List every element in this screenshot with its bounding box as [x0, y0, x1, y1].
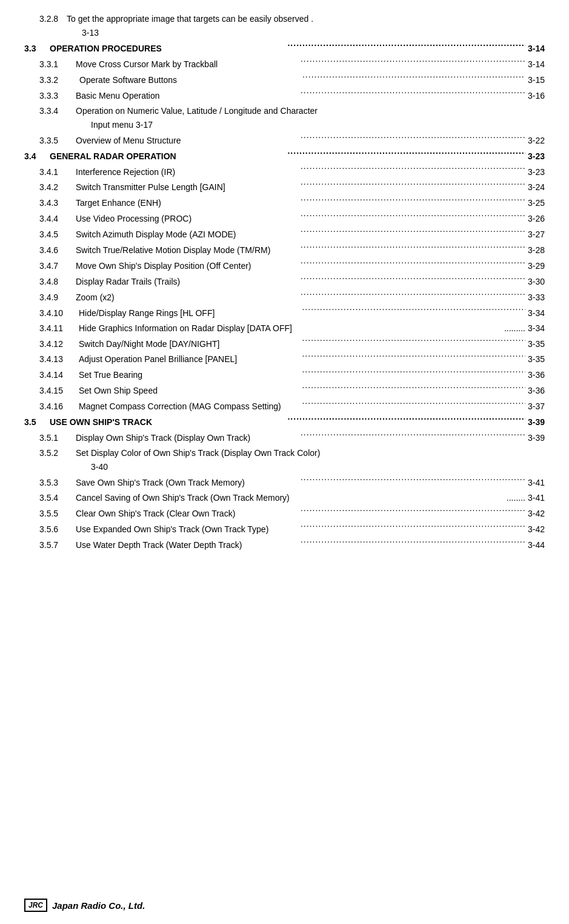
section-title-3.4.8: Display Radar Trails (Trails) [76, 275, 301, 289]
section-num-3.5.2: 3.5.2 [24, 446, 76, 460]
entry-3.4.10: 3.4.10 Hide/Display Range Rings [HL OFF]… [24, 306, 545, 320]
section-title-3.2.8: To get the appropriate image that target… [67, 12, 545, 26]
dots-3.4.11: ......... [502, 322, 525, 335]
entry-3.4.16: 3.4.16 Magnet Compass Correction (MAG Co… [24, 399, 545, 414]
entry-3.5.4: 3.5.4 Cancel Saving of Own Ship's Track … [24, 491, 545, 505]
section-num-3.2.8: 3.2.8 [24, 12, 67, 26]
section-title-3.4: GENERAL RADAR OPERATION [50, 150, 287, 163]
dots-3.4.4 [301, 211, 525, 222]
entry-3.4.14: 3.4.14 Set True Bearing 3-36 [24, 368, 545, 383]
section-title-3.5.7: Use Water Depth Track (Water Depth Track… [76, 538, 301, 552]
dots-3.5.1 [301, 431, 525, 441]
section-num-3.5.4: 3.5.4 [24, 491, 76, 505]
page-3.4.9: 3-33 [525, 291, 545, 305]
section-title-3.4.11: Hide Graphics Information on Radar Displ… [79, 322, 502, 335]
page-3.4.14: 3-36 [525, 368, 545, 382]
page-3.4.7: 3-29 [525, 259, 545, 273]
section-num-3.4.11: 3.4.11 [24, 322, 79, 335]
entry-3.5: 3.5 USE OWN SHIP'S TRACK 3-39 [24, 415, 545, 429]
section-title-3.3.4: Operation on Numeric Value, Latitude / L… [76, 104, 545, 118]
entry-3.4.8: 3.4.8 Display Radar Trails (Trails) 3-30 [24, 274, 545, 289]
page-3.5.5: 3-42 [525, 507, 545, 521]
entry-3.5.3: 3.5.3 Save Own Ship's Track (Own Track M… [24, 475, 545, 490]
dots-3.4.3 [301, 196, 525, 206]
page-3.4.8: 3-30 [525, 275, 545, 289]
section-title-3.5.4: Cancel Saving of Own Ship's Track (Own T… [76, 491, 504, 505]
dots-3.5.5 [301, 506, 525, 516]
entry-3.5.1: 3.5.1 Display Own Ship's Track (Display … [24, 431, 545, 445]
dots-3.3 [287, 41, 525, 51]
section-title-3.5.3: Save Own Ship's Track (Own Track Memory) [76, 476, 301, 490]
section-title-3.5.2: Set Display Color of Own Ship's Track (D… [76, 446, 545, 460]
entry-3.5.7: 3.5.7 Use Water Depth Track (Water Depth… [24, 538, 545, 552]
entry-3.4.4: 3.4.4 Use Video Processing (PROC) 3-26 [24, 211, 545, 226]
page-3.4.5: 3-27 [525, 228, 545, 242]
page-3.3: 3-14 [525, 42, 545, 56]
dots-3.4.2 [301, 180, 525, 191]
section-title-3.5.6: Use Expanded Own Ship's Track (Own Track… [76, 523, 301, 536]
entry-3.4.15: 3.4.15 Set Own Ship Speed 3-36 [24, 383, 545, 398]
page-3.4.12: 3-35 [525, 337, 545, 351]
entry-3.4: 3.4 GENERAL RADAR OPERATION 3-23 [24, 149, 545, 163]
page-3.4.6: 3-28 [525, 243, 545, 257]
dots-3.4.6 [301, 243, 525, 253]
entry-3.5.2: 3.5.2 Set Display Color of Own Ship's Tr… [24, 446, 545, 474]
section-num-3.4.10: 3.4.10 [24, 306, 79, 320]
page-3.5.3: 3-41 [525, 476, 545, 490]
section-num-3.5: 3.5 [24, 415, 50, 429]
dots-3.4.1 [301, 165, 525, 175]
toc-container: 3.2.8 To get the appropriate image that … [24, 12, 545, 552]
section-title-3.3.2: Operate Software Buttons [76, 73, 302, 87]
entry-3.4.2: 3.4.2 Switch Transmitter Pulse Length [G… [24, 180, 545, 195]
page-3.5.6: 3-42 [525, 523, 545, 536]
section-title-3.4.13: Adjust Operation Panel Brilliance [PANEL… [79, 352, 302, 366]
section-num-3.4.4: 3.4.4 [24, 212, 76, 226]
section-num-3.5.5: 3.5.5 [24, 507, 76, 521]
section-num-3.5.6: 3.5.6 [24, 523, 76, 536]
section-num-3.4.2: 3.4.2 [24, 180, 76, 194]
section-line2-3.5.2: 3-40 [24, 460, 545, 474]
entry-3.4.12: 3.4.12 Switch Day/Night Mode [DAY/NIGHT]… [24, 337, 545, 351]
section-title-3.3.3: Basic Menu Operation [76, 89, 301, 103]
dots-3.5.7 [301, 538, 525, 548]
dots-3.4.5 [301, 227, 525, 237]
section-num-3.4.5: 3.4.5 [24, 228, 76, 242]
entry-3.3.2: 3.3.2 Operate Software Buttons 3-15 [24, 73, 545, 87]
entry-3.4.11: 3.4.11 Hide Graphics Information on Rada… [24, 322, 545, 335]
dots-3.3.2 [302, 73, 525, 83]
section-num-3.4: 3.4 [24, 150, 50, 163]
page-3.4.13: 3-35 [525, 352, 545, 366]
page-3.3.2: 3-15 [525, 73, 545, 87]
section-line2-3.3.4: Input menu 3-17 [24, 118, 545, 132]
section-num-3.4.15: 3.4.15 [24, 384, 79, 398]
entry-3.4.6: 3.4.6 Switch True/Relative Motion Displa… [24, 243, 545, 257]
dots-3.4.13 [302, 352, 525, 363]
section-num-3.3.2: 3.3.2 [24, 73, 76, 87]
section-title-3.4.2: Switch Transmitter Pulse Length [GAIN] [76, 180, 301, 194]
section-num-3.4.13: 3.4.13 [24, 352, 79, 366]
footer: JRC Japan Radio Co., Ltd. [24, 899, 145, 912]
section-num-3.4.7: 3.4.7 [24, 259, 76, 273]
section-title-3.5.1: Display Own Ship's Track (Display Own Tr… [76, 431, 301, 445]
dots-3.4.14 [302, 368, 525, 378]
page-3.5: 3-39 [525, 415, 545, 429]
section-title-3.5: USE OWN SHIP'S TRACK [50, 415, 287, 429]
section-num-3.5.3: 3.5.3 [24, 476, 76, 490]
dots-3.3.1 [301, 57, 525, 67]
section-num-3.4.3: 3.4.3 [24, 196, 76, 210]
section-title-3.4.16: Magnet Compass Correction (MAG Compass S… [79, 400, 302, 414]
dots-3.3.5 [301, 133, 525, 144]
entry-3.5.5: 3.5.5 Clear Own Ship's Track (Clear Own … [24, 506, 545, 521]
brand-name: Japan Radio Co., Ltd. [52, 900, 145, 911]
entry-3.3.3: 3.3.3 Basic Menu Operation 3-16 [24, 88, 545, 103]
dots-3.3.3 [301, 88, 525, 99]
page-3.4.2: 3-24 [525, 180, 545, 194]
dots-3.5.4: ........ [504, 491, 525, 505]
page-3.4.16: 3-37 [525, 400, 545, 414]
section-title-3.4.6: Switch True/Relative Motion Display Mode… [76, 243, 301, 257]
section-num-3.3.4: 3.3.4 [24, 104, 76, 118]
page-3.3.5: 3-22 [525, 134, 545, 148]
section-title-3.4.4: Use Video Processing (PROC) [76, 212, 301, 226]
section-title-3.4.5: Switch Azimuth Display Mode (AZI MODE) [76, 228, 301, 242]
page-3.3.3: 3-16 [525, 89, 545, 103]
